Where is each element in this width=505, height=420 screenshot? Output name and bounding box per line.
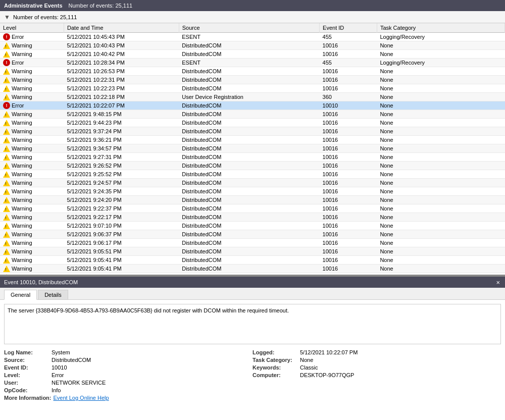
cell-category: Logging/Recovery: [377, 59, 504, 67]
warning-icon: [3, 42, 10, 49]
table-row[interactable]: Warning5/12/2021 10:40:43 PMDistributedC…: [0, 41, 505, 50]
cell-level: Warning: [0, 153, 64, 162]
cell-datetime: 5/12/2021 10:22:07 PM: [64, 101, 179, 110]
meta-keywords: Keywords: Classic: [252, 364, 501, 371]
table-row[interactable]: Warning5/12/2021 9:44:23 PMDistributedCO…: [0, 119, 505, 127]
level-text: Warning: [12, 205, 32, 212]
table-row[interactable]: Warning5/12/2021 9:34:57 PMDistributedCO…: [0, 144, 505, 153]
table-row[interactable]: Warning5/12/2021 9:24:20 PMDistributedCO…: [0, 196, 505, 204]
cell-category: None: [377, 41, 504, 50]
cell-source: DistributedCOM: [179, 127, 319, 136]
table-row[interactable]: !Error5/12/2021 10:28:34 PMESENT455Loggi…: [0, 59, 505, 67]
event-log-online-help-link[interactable]: Event Log Online Help: [54, 395, 109, 401]
table-row[interactable]: !Error5/12/2021 10:45:43 PMESENT455Loggi…: [0, 33, 505, 41]
cell-eventid: 10016: [320, 84, 377, 93]
col-source[interactable]: Source: [179, 23, 319, 33]
level-text: Warning: [12, 266, 32, 272]
tab-details[interactable]: Details: [38, 290, 68, 299]
meta-eventid: Event ID: 10010: [4, 364, 252, 371]
cell-category: None: [377, 256, 504, 265]
level-text: Error: [12, 102, 24, 109]
col-category[interactable]: Task Category: [377, 23, 504, 33]
cell-level: !Error: [0, 33, 64, 41]
level-text: Warning: [12, 214, 32, 220]
table-row[interactable]: Warning5/12/2021 9:06:37 PMDistributedCO…: [0, 230, 505, 239]
table-row[interactable]: Warning5/12/2021 9:27:31 PMDistributedCO…: [0, 153, 505, 162]
warning-icon: [3, 68, 10, 75]
cell-category: None: [377, 101, 504, 110]
col-level[interactable]: Level: [0, 23, 64, 33]
app-title: Administrative Events: [4, 3, 63, 9]
table-row[interactable]: Warning5/12/2021 9:24:35 PMDistributedCO…: [0, 187, 505, 196]
table-row[interactable]: Warning5/12/2021 9:25:52 PMDistributedCO…: [0, 170, 505, 179]
warning-icon: [3, 171, 10, 178]
cell-source: DistributedCOM: [179, 213, 319, 222]
cell-eventid: 10016: [320, 247, 377, 256]
table-row[interactable]: Warning5/12/2021 10:22:23 PMDistributedC…: [0, 84, 505, 93]
meta-taskcategory-value: None: [300, 357, 313, 363]
level-text: Error: [12, 60, 24, 66]
table-row[interactable]: Warning5/12/2021 9:07:10 PMDistributedCO…: [0, 222, 505, 230]
warning-icon: [3, 111, 10, 118]
meta-user-label: User:: [4, 380, 49, 386]
cell-source: DistributedCOM: [179, 144, 319, 153]
cell-category: None: [377, 119, 504, 127]
table-row[interactable]: !Error5/12/2021 10:22:07 PMDistributedCO…: [0, 101, 505, 110]
cell-datetime: 5/12/2021 10:40:42 PM: [64, 50, 179, 59]
events-table-container[interactable]: Level Date and Time Source Event ID Task…: [0, 23, 505, 276]
meta-taskcategory: Task Category: None: [252, 357, 501, 363]
warning-icon: [3, 77, 10, 83]
table-row[interactable]: Warning5/12/2021 9:06:17 PMDistributedCO…: [0, 239, 505, 247]
cell-level: Warning: [0, 170, 64, 179]
table-row[interactable]: Warning5/12/2021 10:22:31 PMDistributedC…: [0, 76, 505, 84]
table-row[interactable]: Warning5/12/2021 9:36:21 PMDistributedCO…: [0, 136, 505, 144]
cell-level: Warning: [0, 196, 64, 204]
cell-level: Warning: [0, 230, 64, 239]
cell-eventid: 10016: [320, 222, 377, 230]
table-row[interactable]: Warning5/12/2021 9:26:52 PMDistributedCO…: [0, 162, 505, 170]
meta-logged-value: 5/12/2021 10:22:07 PM: [300, 349, 358, 355]
meta-moreinfo: More Information: Event Log Online Help: [4, 395, 252, 401]
table-row[interactable]: Warning5/12/2021 9:48:15 PMDistributedCO…: [0, 110, 505, 119]
cell-source: DistributedCOM: [179, 50, 319, 59]
cell-source: DistributedCOM: [179, 230, 319, 239]
table-row[interactable]: Warning5/12/2021 9:05:41 PMDistributedCO…: [0, 256, 505, 265]
cell-category: None: [377, 239, 504, 247]
cell-eventid: 10016: [320, 256, 377, 265]
meta-level-label: Level:: [4, 372, 49, 378]
cell-eventid: 10016: [320, 196, 377, 204]
meta-user: User: NETWORK SERVICE: [4, 380, 252, 386]
table-row[interactable]: Warning5/12/2021 9:05:41 PMDistributedCO…: [0, 265, 505, 273]
cell-datetime: 5/12/2021 9:26:52 PM: [64, 162, 179, 170]
warning-icon: [3, 223, 10, 229]
cell-datetime: 5/12/2021 10:26:53 PM: [64, 67, 179, 76]
level-text: Warning: [12, 171, 32, 177]
cell-category: None: [377, 153, 504, 162]
warning-icon: [3, 257, 10, 264]
cell-level: Warning: [0, 41, 64, 50]
table-body: !Error5/12/2021 10:45:43 PMESENT455Loggi…: [0, 33, 505, 276]
table-row[interactable]: Warning5/12/2021 9:05:51 PMDistributedCO…: [0, 247, 505, 256]
table-row[interactable]: Warning5/12/2021 10:40:42 PMDistributedC…: [0, 50, 505, 59]
col-datetime[interactable]: Date and Time: [64, 23, 179, 33]
table-row[interactable]: Warning5/12/2021 10:22:18 PMUser Device …: [0, 93, 505, 101]
cell-source: DistributedCOM: [179, 67, 319, 76]
cell-eventid: 10016: [320, 239, 377, 247]
col-eventid[interactable]: Event ID: [320, 23, 377, 33]
table-row[interactable]: Warning5/12/2021 10:26:53 PMDistributedC…: [0, 67, 505, 76]
tab-general[interactable]: General: [4, 290, 37, 300]
cell-level: Warning: [0, 179, 64, 187]
warning-icon: [3, 248, 10, 255]
close-button[interactable]: ×: [495, 279, 501, 286]
cell-level: Warning: [0, 119, 64, 127]
level-text: Warning: [12, 42, 32, 48]
table-row[interactable]: Warning5/12/2021 9:22:17 PMDistributedCO…: [0, 213, 505, 222]
table-row[interactable]: Warning5/12/2021 9:37:24 PMDistributedCO…: [0, 127, 505, 136]
cell-category: None: [377, 196, 504, 204]
cell-category: None: [377, 247, 504, 256]
table-row[interactable]: Warning5/12/2021 9:24:57 PMDistributedCO…: [0, 179, 505, 187]
meta-opcode-label: OpCode:: [4, 387, 49, 393]
meta-level-value: Error: [52, 372, 64, 378]
cell-level: Warning: [0, 265, 64, 273]
table-row[interactable]: Warning5/12/2021 9:22:37 PMDistributedCO…: [0, 204, 505, 213]
